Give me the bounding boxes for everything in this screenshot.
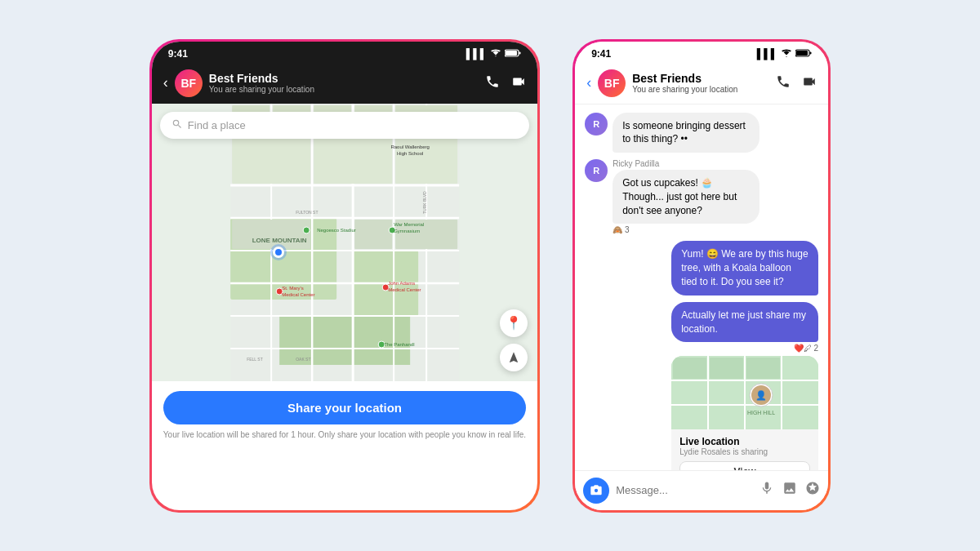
svg-text:Gymnasium: Gymnasium xyxy=(394,229,420,233)
location-title: Live location xyxy=(679,436,810,447)
message-row-4: Actually let me just share my location. … xyxy=(585,302,818,470)
svg-rect-26 xyxy=(232,220,310,249)
back-button-right[interactable]: ‹ xyxy=(586,74,591,91)
svg-text:FELL ST: FELL ST xyxy=(247,357,263,362)
phone-right: 9:41 ▌▌▌ ‹ BF xyxy=(572,39,831,513)
svg-text:High School: High School xyxy=(397,151,423,156)
sender-name-2: Ricky Padilla xyxy=(612,159,760,168)
svg-rect-60 xyxy=(746,358,780,379)
signal-icon-left: ▌▌▌ xyxy=(466,48,488,60)
search-placeholder: Find a place xyxy=(188,119,246,131)
wifi-icon-right xyxy=(781,48,792,60)
time-left: 9:41 xyxy=(168,48,188,60)
bottom-action: Share your location Your live location w… xyxy=(152,381,537,446)
svg-text:Negoesco Stadiur: Negoesco Stadiur xyxy=(317,228,356,233)
group-name-right: Best Friends xyxy=(632,72,769,85)
status-icons-left: ▌▌▌ xyxy=(466,48,522,60)
svg-text:War Memorial: War Memorial xyxy=(394,222,424,227)
chat-header-left: ‹ BF Best Friends You are sharing your l… xyxy=(152,63,537,104)
map-container[interactable]: LONE MOUNTAIN Raoul Wallenberg High Scho… xyxy=(152,104,537,381)
location-map-thumbnail: HIGH HILL 👤 xyxy=(671,356,818,429)
search-bar[interactable]: Find a place xyxy=(160,112,529,139)
bubble-1: Is someone bringing dessert to this thin… xyxy=(612,113,760,153)
svg-text:LONE MOUNTAIN: LONE MOUNTAIN xyxy=(252,237,307,244)
video-icon-right[interactable] xyxy=(802,74,817,92)
view-location-button[interactable]: View xyxy=(679,461,810,469)
camera-button[interactable] xyxy=(583,478,609,504)
status-bar-right: 9:41 ▌▌▌ xyxy=(575,42,828,63)
call-icon-right[interactable] xyxy=(776,74,791,92)
photo-icon[interactable] xyxy=(782,481,797,500)
location-card: HIGH HILL 👤 Live location Lydie Rosales … xyxy=(671,356,818,469)
svg-text:👤: 👤 xyxy=(755,389,767,401)
pin-button[interactable]: 📍 xyxy=(500,309,528,337)
location-subtitle: Lydie Rosales is sharing xyxy=(679,447,810,456)
chat-header-right: ‹ BF Best Friends You are sharing your l… xyxy=(575,63,828,104)
header-actions-right xyxy=(776,74,817,92)
share-note: Your live location will be shared for 1 … xyxy=(163,429,526,441)
message-input-row xyxy=(575,470,828,510)
video-icon-left[interactable] xyxy=(511,74,526,92)
header-info-left: Best Friends You are sharing your locati… xyxy=(209,72,479,94)
svg-text:Medical Center: Medical Center xyxy=(388,287,421,292)
signal-icon-right: ▌▌▌ xyxy=(757,48,778,60)
message-text-1: Is someone bringing dessert to this thin… xyxy=(622,120,746,145)
phone-left: 9:41 ▌▌▌ ‹ BF xyxy=(149,39,540,513)
wifi-icon-left xyxy=(490,48,501,60)
svg-point-32 xyxy=(303,227,310,233)
svg-text:FULTON ST: FULTON ST xyxy=(296,210,318,215)
svg-text:Raoul Wallenberg: Raoul Wallenberg xyxy=(390,144,429,149)
avatar-msg-2: R xyxy=(585,159,608,182)
svg-rect-25 xyxy=(395,136,457,184)
svg-rect-24 xyxy=(314,136,392,184)
time-right: 9:41 xyxy=(591,48,611,60)
message-input[interactable] xyxy=(616,484,753,496)
battery-icon-right xyxy=(795,48,812,60)
svg-rect-1 xyxy=(506,51,517,56)
message-row-2: R Ricky Padilla Got us cupcakes! 🧁 Thoug… xyxy=(585,159,818,234)
svg-rect-23 xyxy=(232,136,310,184)
header-actions-left xyxy=(485,74,526,92)
svg-text:John Adams: John Adams xyxy=(388,281,415,286)
navigate-button[interactable] xyxy=(500,344,528,371)
location-card-body: Live location Lydie Rosales is sharing V… xyxy=(671,429,818,469)
bubble-3: Yum! 😄 We are by this huge tree, with a … xyxy=(671,241,818,295)
svg-rect-27 xyxy=(354,220,392,249)
svg-rect-58 xyxy=(673,358,706,379)
search-icon xyxy=(172,118,183,132)
message-row-3: Yum! 😄 We are by this huge tree, with a … xyxy=(585,241,818,295)
reactions-2: 🙈 3 xyxy=(612,225,760,234)
input-actions xyxy=(760,481,820,500)
avatar-left: BF xyxy=(175,69,203,97)
header-info-right: Best Friends You are sharing your locati… xyxy=(632,72,769,94)
message-text-2: Got us cupcakes! 🧁 Though... just got he… xyxy=(622,177,737,216)
status-icons-right: ▌▌▌ xyxy=(757,48,813,60)
svg-text:HIGH HILL: HIGH HILL xyxy=(747,410,775,415)
messages-area[interactable]: R Is someone bringing dessert to this th… xyxy=(575,104,828,470)
microphone-icon[interactable] xyxy=(760,481,774,500)
map-svg: LONE MOUNTAIN Raoul Wallenberg High Scho… xyxy=(152,104,537,381)
bubble-2: Got us cupcakes! 🧁 Though... just got he… xyxy=(612,170,760,224)
svg-rect-2 xyxy=(519,51,521,54)
svg-rect-50 xyxy=(796,51,808,56)
share-location-button[interactable]: Share your location xyxy=(163,391,526,424)
svg-text:St. Mary's: St. Mary's xyxy=(282,286,303,291)
battery-icon-left xyxy=(505,48,521,60)
svg-text:TURK BLVD: TURK BLVD xyxy=(422,190,427,213)
svg-text:Medical Center: Medical Center xyxy=(282,292,314,297)
sticker-icon[interactable] xyxy=(805,481,820,500)
reactions-4: ❤️🖊 2 xyxy=(671,344,818,353)
sharing-status-right: You are sharing your location xyxy=(632,85,769,94)
bubble-4: Actually let me just share my location. xyxy=(671,302,818,343)
svg-rect-59 xyxy=(710,358,743,379)
map-controls: 📍 xyxy=(500,309,528,371)
message-text-3: Yum! 😄 We are by this huge tree, with a … xyxy=(681,248,808,287)
svg-text:OAK ST: OAK ST xyxy=(296,357,310,362)
current-location-dot xyxy=(273,247,284,258)
avatar-right: BF xyxy=(598,69,626,97)
call-icon-left[interactable] xyxy=(485,74,500,92)
back-button-left[interactable]: ‹ xyxy=(163,74,168,91)
group-name-left: Best Friends xyxy=(209,72,479,85)
message-row-1: R Is someone bringing dessert to this th… xyxy=(585,113,818,153)
message-text-4: Actually let me just share my location. xyxy=(681,309,806,335)
